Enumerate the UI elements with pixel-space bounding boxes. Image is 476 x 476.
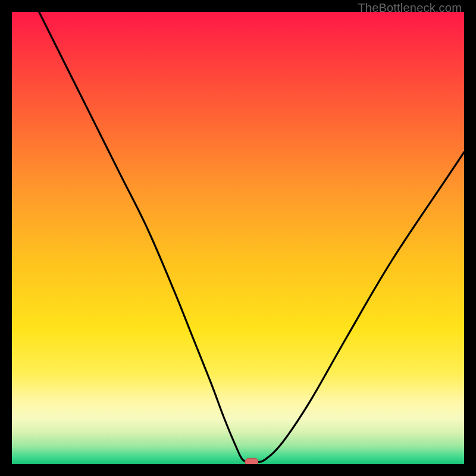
chart-frame: TheBottleneck.com — [0, 0, 476, 476]
optimal-marker — [245, 458, 258, 464]
watermark-text: TheBottleneck.com — [358, 1, 462, 15]
plot-area — [12, 12, 464, 464]
gradient-background — [12, 12, 464, 464]
bottleneck-chart — [12, 12, 464, 464]
